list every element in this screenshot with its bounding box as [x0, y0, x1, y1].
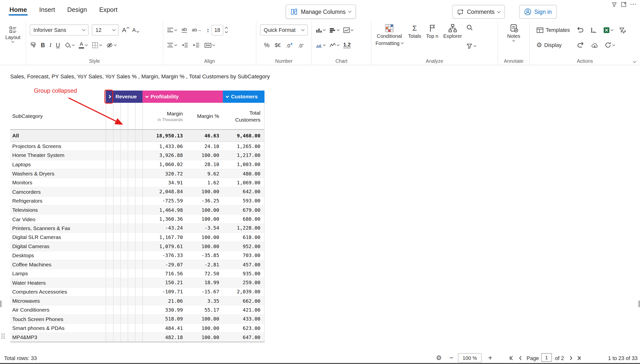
cell-margin[interactable]: -29.07: [143, 260, 187, 269]
filter-edit-icon[interactable]: [619, 27, 626, 33]
cell-margin[interactable]: 1,060.02: [143, 160, 187, 169]
table-row[interactable]: MP4&MP3482.18100.00647.00: [10, 333, 264, 342]
row-label[interactable]: Computers Accessories: [10, 288, 106, 296]
bar-chart-button[interactable]: [329, 27, 339, 33]
table-row[interactable]: Projectors & Screens1,433.0624.101,265.0…: [10, 142, 264, 151]
row-label[interactable]: Printers, Scanners & Fax: [10, 224, 106, 232]
table-row[interactable]: Monitors34.911.621,069.00: [10, 178, 264, 188]
cell-margin-pct[interactable]: 100.00: [187, 151, 223, 160]
fill-color-button[interactable]: [65, 42, 75, 48]
table-row[interactable]: Desktops-376.33-35.85703.00: [10, 251, 264, 260]
cell-total-customers[interactable]: 679.00: [223, 206, 264, 214]
table-row[interactable]: Digital SLR Cameras1,167.70100.00618.00: [10, 233, 264, 242]
table-row[interactable]: Home Theater System3,926.88100.001,217.0…: [10, 151, 264, 160]
cell-total-customers[interactable]: 618.00: [223, 233, 264, 242]
table-row[interactable]: Touch Screen Phones518.09100.00433.00: [10, 315, 264, 324]
cell-margin-pct[interactable]: 72.50: [187, 269, 223, 278]
table-row[interactable]: Televisions1,464.98100.00679.00: [10, 206, 264, 215]
chart-style-button[interactable]: [316, 42, 325, 48]
cell-margin-pct[interactable]: 1.62: [187, 178, 223, 187]
totals-button[interactable]: Σ Totals: [407, 22, 423, 58]
percent-button[interactable]: %: [264, 42, 270, 48]
cell-total-customers[interactable]: 662.00: [223, 296, 264, 305]
cell-margin-pct[interactable]: 55.17: [187, 306, 223, 314]
row-label[interactable]: Televisions: [10, 206, 106, 214]
cell-total-customers[interactable]: 593.00: [223, 196, 264, 205]
row-label[interactable]: Camcorders: [10, 187, 106, 196]
cell-total-customers[interactable]: 2,039.00: [223, 288, 264, 296]
cell-margin[interactable]: 484.41: [143, 324, 187, 332]
row-label[interactable]: Coffee Machines: [10, 260, 106, 269]
cell-margin[interactable]: -43.24: [143, 224, 187, 232]
hide-values-button[interactable]: [106, 42, 116, 48]
page-input[interactable]: 1: [541, 353, 552, 362]
table-row[interactable]: Car Video1,360.36100.00680.00: [10, 215, 264, 224]
notes-button[interactable]: Notes: [500, 22, 527, 42]
cell-total-customers[interactable]: 457.00: [223, 260, 264, 269]
table-row[interactable]: Computers Accessories-109.71-15.672,039.…: [10, 288, 264, 296]
zoom-out-button[interactable]: −: [449, 353, 453, 363]
column-group-profitability[interactable]: Profitability: [143, 90, 223, 103]
row-label[interactable]: Projectors & Screens: [10, 142, 106, 150]
column-header-margin-pct[interactable]: Margin %: [187, 103, 223, 129]
cell-total-customers[interactable]: 259.00: [223, 278, 264, 287]
cell-margin-pct[interactable]: -15.67: [187, 288, 223, 296]
decrease-indent-icon[interactable]: [182, 42, 188, 48]
zoom-in-button[interactable]: +: [488, 353, 492, 363]
sparkline-button[interactable]: [329, 42, 339, 48]
column-group-customers[interactable]: Customers: [223, 90, 264, 103]
data-labels-button[interactable]: 1.2: [343, 42, 351, 48]
cell-margin[interactable]: 1,433.06: [143, 142, 187, 150]
cell-total-customers[interactable]: 647.00: [223, 333, 264, 342]
sign-in-button[interactable]: Sign in: [519, 5, 557, 19]
cell-margin[interactable]: 716.56: [143, 269, 187, 278]
table-row[interactable]: Printers, Scanners & Fax-43.24-3.541,228…: [10, 224, 264, 233]
cell-total-customers[interactable]: 952.00: [223, 242, 264, 250]
manage-columns-button[interactable]: Manage Columns: [286, 4, 356, 19]
cell-margin-pct[interactable]: 9.62: [187, 169, 223, 178]
search-icon[interactable]: [466, 24, 473, 31]
row-height-value[interactable]: 18: [214, 27, 220, 33]
tab-design[interactable]: Design: [61, 0, 93, 18]
font-family-select[interactable]: Inforiver Sans: [30, 24, 89, 36]
decrease-decimal-button[interactable]: .0-: [298, 42, 304, 48]
tab-export[interactable]: Export: [93, 0, 123, 18]
export-excel-button[interactable]: [603, 27, 613, 33]
row-label[interactable]: Car Video: [10, 215, 106, 224]
overflow-text-button[interactable]: ab→: [192, 28, 202, 32]
cell-margin[interactable]: 1,079.61: [143, 242, 187, 250]
cell-margin-pct[interactable]: 18.99: [187, 278, 223, 287]
cell-margin[interactable]: 1,464.98: [143, 206, 187, 214]
cell-margin[interactable]: 21.06: [143, 296, 187, 305]
cell-margin[interactable]: 518.09: [143, 315, 187, 324]
cell-margin[interactable]: 18,950.13: [143, 130, 187, 142]
row-label[interactable]: Refrigerators: [10, 196, 106, 205]
last-page-button[interactable]: [576, 353, 582, 363]
row-label[interactable]: Washers & Dryers: [10, 169, 106, 178]
row-label[interactable]: Monitors: [10, 178, 106, 187]
cell-total-customers[interactable]: 703.00: [223, 251, 264, 260]
cell-total-customers[interactable]: 421.00: [223, 306, 264, 314]
format-painter-icon[interactable]: [30, 42, 36, 48]
row-label[interactable]: Home Theater System: [10, 151, 106, 160]
horizontal-scrollbar[interactable]: [0, 363, 640, 364]
cell-margin[interactable]: 1,167.70: [143, 233, 187, 242]
column-header-margin[interactable]: Margin in Thousands: [143, 103, 187, 129]
quick-format-select[interactable]: Quick Format: [260, 24, 308, 36]
top-n-button[interactable]: Top n: [424, 22, 440, 58]
row-label[interactable]: Microwaves: [10, 296, 106, 305]
wrap-text-button[interactable]: ab: [182, 27, 187, 32]
more-options-icon[interactable]: ···: [630, 1, 636, 8]
underline-button[interactable]: U: [56, 42, 60, 48]
increase-indent-icon[interactable]: [193, 42, 200, 48]
table-row[interactable]: Lamps716.5672.50935.00: [10, 269, 264, 278]
column-header-total-customers[interactable]: Total Customers: [223, 103, 264, 129]
explorer-button[interactable]: Explorer: [442, 22, 464, 58]
cell-margin-pct[interactable]: 28.10: [187, 160, 223, 169]
drag-handle-icon[interactable]: [1, 333, 6, 339]
settings-gear-icon[interactable]: ⚙: [436, 353, 442, 363]
row-label[interactable]: Lamps: [10, 269, 106, 278]
undo-icon[interactable]: [576, 26, 584, 33]
row-label[interactable]: Digital Cameras: [10, 242, 106, 250]
cell-total-customers[interactable]: 1,265.00: [223, 142, 264, 150]
